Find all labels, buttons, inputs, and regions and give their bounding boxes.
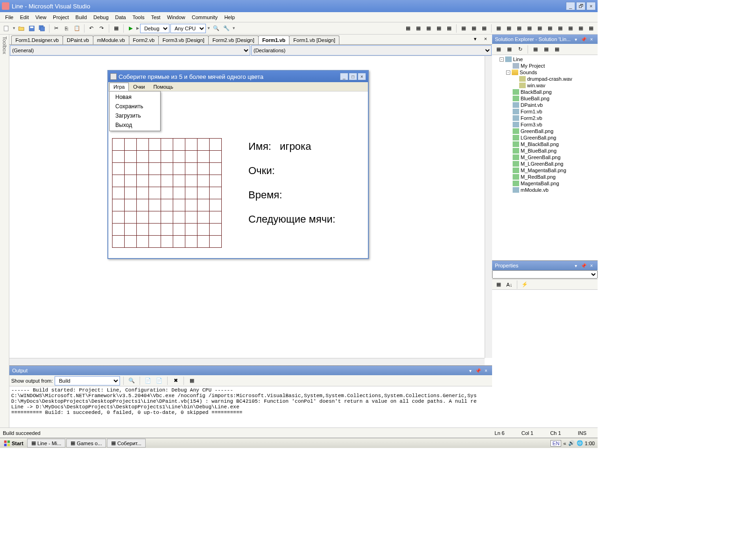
- grid-cell[interactable]: [113, 199, 125, 211]
- tb3[interactable]: ▦: [424, 24, 433, 33]
- grid-cell[interactable]: [149, 236, 161, 248]
- props-alpha-button[interactable]: A↓: [505, 280, 514, 289]
- grid-cell[interactable]: [113, 175, 125, 187]
- grid-cell[interactable]: [197, 199, 210, 211]
- grid-cell[interactable]: [137, 224, 149, 236]
- toolbox-tab[interactable]: Toolbox: [0, 35, 9, 438]
- grid-cell[interactable]: [161, 199, 173, 211]
- grid-cell[interactable]: [125, 199, 137, 211]
- output-wrap-button[interactable]: ▦: [187, 376, 197, 385]
- solexp-close-button[interactable]: ×: [588, 36, 595, 42]
- grid-cell[interactable]: [161, 236, 173, 248]
- menu-data[interactable]: Data: [112, 13, 129, 21]
- tree-node[interactable]: BlueBall.png: [506, 95, 597, 102]
- taskbar-item[interactable]: ▦Games o...: [66, 439, 106, 448]
- tb15[interactable]: ▦: [556, 24, 565, 33]
- grid-cell[interactable]: [125, 236, 137, 248]
- tree-node[interactable]: GreenBall.png: [506, 128, 597, 134]
- properties-object-combo[interactable]: [492, 270, 598, 279]
- grid-cell[interactable]: [197, 163, 210, 175]
- tb18[interactable]: ▦: [586, 24, 596, 33]
- grid-cell[interactable]: [149, 199, 161, 211]
- tree-node[interactable]: Form2.vb: [506, 115, 597, 121]
- grid-cell[interactable]: [113, 151, 125, 163]
- output-find-button[interactable]: 🔍: [127, 376, 136, 385]
- grid-cell[interactable]: [185, 163, 197, 175]
- start-debug-button[interactable]: ▶: [126, 24, 135, 33]
- tray-icon1[interactable]: 🔊: [568, 440, 575, 446]
- menu-window[interactable]: Window: [164, 13, 189, 21]
- grid-cell[interactable]: [149, 175, 161, 187]
- taskbar-item[interactable]: ▦Line - Mi...: [27, 439, 65, 448]
- find-button[interactable]: 🔍: [211, 24, 221, 33]
- solexp-properties-button[interactable]: ▦: [494, 45, 503, 54]
- form-close-button[interactable]: ×: [358, 73, 366, 80]
- grid-cell[interactable]: [210, 211, 222, 224]
- grid-cell[interactable]: [137, 187, 149, 199]
- grid-cell[interactable]: [197, 236, 210, 248]
- form-dropdown-item[interactable]: Сохранить: [110, 102, 160, 111]
- nav-combo-left[interactable]: (General): [10, 45, 250, 56]
- grid-cell[interactable]: [173, 163, 185, 175]
- minimize-button[interactable]: _: [566, 2, 575, 10]
- save-all-button[interactable]: [37, 24, 47, 33]
- props-pin-button[interactable]: 📌: [580, 262, 587, 269]
- grid-cell[interactable]: [161, 163, 173, 175]
- grid-cell[interactable]: [210, 163, 222, 175]
- grid-cell[interactable]: [197, 187, 210, 199]
- copy-button[interactable]: ⎘: [62, 24, 71, 33]
- grid-cell[interactable]: [137, 175, 149, 187]
- tray-expand-icon[interactable]: «: [563, 441, 566, 446]
- expand-icon[interactable]: -: [500, 57, 504, 62]
- menu-edit[interactable]: Edit: [17, 13, 32, 21]
- tree-node[interactable]: M_BlueBall.png: [506, 147, 597, 154]
- tree-node[interactable]: M_GreenBall.png: [506, 154, 597, 161]
- tree-node[interactable]: -Sounds: [506, 69, 597, 76]
- grid-cell[interactable]: [185, 199, 197, 211]
- menu-project[interactable]: Project: [49, 13, 72, 21]
- tb14[interactable]: ▦: [545, 24, 555, 33]
- grid-cell[interactable]: [173, 211, 185, 224]
- tab-dropdown-button[interactable]: ▾: [471, 34, 480, 43]
- grid-cell[interactable]: [137, 211, 149, 224]
- props-dropdown-button[interactable]: ▾: [572, 262, 579, 269]
- game-grid[interactable]: [112, 138, 222, 248]
- tb16[interactable]: ▦: [566, 24, 575, 33]
- grid-cell[interactable]: [149, 211, 161, 224]
- grid-cell[interactable]: [113, 139, 125, 151]
- menu-help[interactable]: Help: [221, 13, 238, 21]
- tree-node[interactable]: My Project: [506, 63, 597, 69]
- menu-tools[interactable]: Tools: [129, 13, 148, 21]
- props-close-button[interactable]: ×: [588, 262, 595, 269]
- tb7[interactable]: ▦: [469, 24, 479, 33]
- designed-form-window[interactable]: Соберите прямые из 5 и более мячей одног…: [107, 70, 369, 259]
- close-button[interactable]: ×: [586, 2, 596, 10]
- grid-cell[interactable]: [197, 151, 210, 163]
- tools-button[interactable]: 🔧: [222, 24, 231, 33]
- grid-cell[interactable]: [149, 224, 161, 236]
- grid-cell[interactable]: [161, 139, 173, 151]
- grid-cell[interactable]: [161, 187, 173, 199]
- show-output-from-combo[interactable]: Build: [55, 376, 120, 385]
- cut-button[interactable]: ✂: [52, 24, 61, 33]
- menu-test[interactable]: Test: [148, 13, 163, 21]
- undo-button[interactable]: ↶: [87, 24, 96, 33]
- grid-cell[interactable]: [125, 187, 137, 199]
- config-combo[interactable]: Debug: [140, 24, 169, 33]
- output-body[interactable]: ------ Build started: Project: Line, Con…: [9, 386, 492, 428]
- tree-node[interactable]: BlackBall.png: [506, 89, 597, 95]
- properties-body[interactable]: [492, 290, 598, 438]
- grid-cell[interactable]: [210, 224, 222, 236]
- grid-cell[interactable]: [197, 211, 210, 224]
- grid-cell[interactable]: [173, 187, 185, 199]
- grid-cell[interactable]: [161, 211, 173, 224]
- props-events-button[interactable]: ⚡: [520, 280, 529, 289]
- paste-button[interactable]: 📋: [72, 24, 82, 33]
- grid-cell[interactable]: [197, 224, 210, 236]
- editor-tab[interactable]: Form1.vb: [258, 35, 290, 44]
- platform-combo[interactable]: Any CPU: [170, 24, 206, 33]
- editor-tab[interactable]: DPaint.vb: [63, 35, 93, 44]
- grid-cell[interactable]: [149, 187, 161, 199]
- solexp-designer-button[interactable]: ▦: [542, 45, 551, 54]
- grid-cell[interactable]: [149, 151, 161, 163]
